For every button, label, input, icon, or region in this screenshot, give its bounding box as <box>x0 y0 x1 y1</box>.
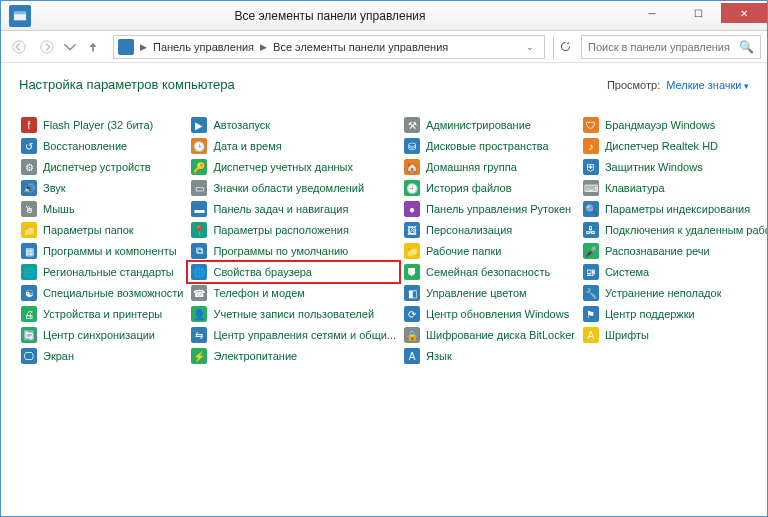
item-icon: 🎤 <box>583 243 599 259</box>
search-input[interactable] <box>588 41 739 53</box>
forward-button[interactable] <box>35 35 59 59</box>
control-panel-item[interactable]: ↺Восстановление <box>19 137 185 155</box>
item-label: Рабочие папки <box>426 245 501 257</box>
item-label: Устранение неполадок <box>605 287 722 299</box>
search-box[interactable]: 🔍 <box>581 35 761 59</box>
control-panel-item[interactable]: 📁Рабочие папки <box>402 242 577 260</box>
control-panel-item[interactable]: ♪Диспетчер Realtek HD <box>581 137 768 155</box>
control-panel-item[interactable]: 🖱Мышь <box>19 200 185 218</box>
back-button[interactable] <box>7 35 31 59</box>
control-panel-item[interactable]: ⟳Центр обновления Windows <box>402 305 577 323</box>
control-panel-item[interactable]: ⌨Клавиатура <box>581 179 768 197</box>
control-panel-item[interactable]: ⚑Центр поддержки <box>581 305 768 323</box>
control-panel-item[interactable]: 🔧Устранение неполадок <box>581 284 768 302</box>
control-panel-item[interactable]: AШрифты <box>581 326 768 344</box>
item-icon: 📍 <box>191 222 207 238</box>
control-panel-item[interactable]: 🎤Распознавание речи <box>581 242 768 260</box>
control-panel-item[interactable]: 👤Учетные записи пользователей <box>189 305 398 323</box>
control-panel-item[interactable]: ⛨Защитник Windows <box>581 158 768 176</box>
chevron-right-icon[interactable]: ▶ <box>138 42 149 52</box>
breadcrumb-seg-1[interactable]: Панель управления <box>149 41 258 53</box>
control-panel-item[interactable]: ⇆Центр управления сетями и общи... <box>189 326 398 344</box>
item-label: Значки области уведомлений <box>213 182 364 194</box>
item-icon: ⛨ <box>583 159 599 175</box>
control-panel-item[interactable]: 📁Параметры папок <box>19 221 185 239</box>
control-panel-item[interactable]: 🕘История файлов <box>402 179 577 197</box>
control-panel-item[interactable]: 🖳Система <box>581 263 768 281</box>
control-panel-item[interactable]: ●Панель управления Рутокен <box>402 200 577 218</box>
item-icon: 👤 <box>191 306 207 322</box>
control-panel-item[interactable]: 🖵Экран <box>19 347 185 365</box>
control-panel-item[interactable]: 🖧Подключения к удаленным рабоч... <box>581 221 768 239</box>
control-panel-item[interactable]: 🏠Домашняя группа <box>402 158 577 176</box>
item-icon: 🌐 <box>191 264 207 280</box>
page-title: Настройка параметров компьютера <box>19 77 607 92</box>
control-panel-item[interactable]: ▬Панель задач и навигация <box>189 200 398 218</box>
breadcrumb[interactable]: ▶ Панель управления ▶ Все элементы панел… <box>113 35 545 59</box>
control-panel-item[interactable]: 🔒Шифрование диска BitLocker <box>402 326 577 344</box>
item-icon: 🏠 <box>404 159 420 175</box>
control-panel-item[interactable]: 🖨Устройства и принтеры <box>19 305 185 323</box>
item-label: Восстановление <box>43 140 127 152</box>
control-panel-item[interactable]: 🔍Параметры индексирования <box>581 200 768 218</box>
item-label: Диспетчер устройств <box>43 161 151 173</box>
control-panel-item[interactable]: ⚡Электропитание <box>189 347 398 365</box>
control-panel-item[interactable]: 🖼Персонализация <box>402 221 577 239</box>
control-panel-item[interactable]: 🛡Брандмауэр Windows <box>581 116 768 134</box>
search-icon[interactable]: 🔍 <box>739 40 754 54</box>
up-button[interactable] <box>81 35 105 59</box>
item-icon: ● <box>404 201 420 217</box>
item-label: Специальные возможности <box>43 287 183 299</box>
control-panel-item[interactable]: ☯Специальные возможности <box>19 284 185 302</box>
item-label: Программы и компоненты <box>43 245 177 257</box>
item-icon: 🛡 <box>583 117 599 133</box>
item-label: Защитник Windows <box>605 161 703 173</box>
item-label: Клавиатура <box>605 182 665 194</box>
items-grid: fFlash Player (32 бита)▶Автозапуск⚒Админ… <box>19 116 749 365</box>
control-panel-item[interactable]: fFlash Player (32 бита) <box>19 116 185 134</box>
breadcrumb-dropdown[interactable]: ⌄ <box>520 42 540 52</box>
maximize-button[interactable]: ☐ <box>675 3 721 23</box>
item-icon: f <box>21 117 37 133</box>
control-panel-item[interactable]: 🔑Диспетчер учетных данных <box>189 158 398 176</box>
item-label: Flash Player (32 бита) <box>43 119 153 131</box>
close-button[interactable]: ✕ <box>721 3 767 23</box>
control-panel-item[interactable]: ◧Управление цветом <box>402 284 577 302</box>
item-icon: ▶ <box>191 117 207 133</box>
control-panel-item[interactable]: 🕒Дата и время <box>189 137 398 155</box>
content-area: Настройка параметров компьютера Просмотр… <box>1 63 767 375</box>
window-title: Все элементы панели управления <box>31 9 629 23</box>
control-panel-item[interactable]: ▦Программы и компоненты <box>19 242 185 260</box>
item-label: Шифрование диска BitLocker <box>426 329 575 341</box>
control-panel-item[interactable]: ▭Значки области уведомлений <box>189 179 398 197</box>
item-icon: ☯ <box>21 285 37 301</box>
item-label: Диспетчер учетных данных <box>213 161 353 173</box>
control-panel-item[interactable]: 🌐Свойства браузера <box>189 263 398 281</box>
control-panel-item[interactable]: ⧉Программы по умолчанию <box>189 242 398 260</box>
control-panel-item[interactable]: ☎Телефон и модем <box>189 284 398 302</box>
view-mode-dropdown[interactable]: Мелкие значки <box>666 79 749 91</box>
control-panel-item[interactable]: ⚒Администрирование <box>402 116 577 134</box>
chevron-right-icon[interactable]: ▶ <box>258 42 269 52</box>
item-icon: ▭ <box>191 180 207 196</box>
control-panel-item[interactable]: 📍Параметры расположения <box>189 221 398 239</box>
control-panel-item[interactable]: 🌐Региональные стандарты <box>19 263 185 281</box>
minimize-button[interactable]: ─ <box>629 3 675 23</box>
item-label: Подключения к удаленным рабоч... <box>605 224 768 236</box>
item-icon: ⚒ <box>404 117 420 133</box>
control-panel-item[interactable]: AЯзык <box>402 347 577 365</box>
item-label: Дата и время <box>213 140 281 152</box>
control-panel-item[interactable]: ⛁Дисковые пространства <box>402 137 577 155</box>
control-panel-item[interactable]: 🔄Центр синхронизации <box>19 326 185 344</box>
item-label: Персонализация <box>426 224 512 236</box>
refresh-button[interactable] <box>553 35 577 59</box>
control-panel-item[interactable]: ⛊Семейная безопасность <box>402 263 577 281</box>
control-panel-item[interactable]: ⚙Диспетчер устройств <box>19 158 185 176</box>
control-panel-item[interactable]: ▶Автозапуск <box>189 116 398 134</box>
history-dropdown[interactable] <box>63 35 77 59</box>
item-icon: ⛊ <box>404 264 420 280</box>
control-panel-item[interactable]: 🔊Звук <box>19 179 185 197</box>
breadcrumb-seg-2[interactable]: Все элементы панели управления <box>269 41 452 53</box>
item-label: Звук <box>43 182 66 194</box>
item-icon: 🖨 <box>21 306 37 322</box>
